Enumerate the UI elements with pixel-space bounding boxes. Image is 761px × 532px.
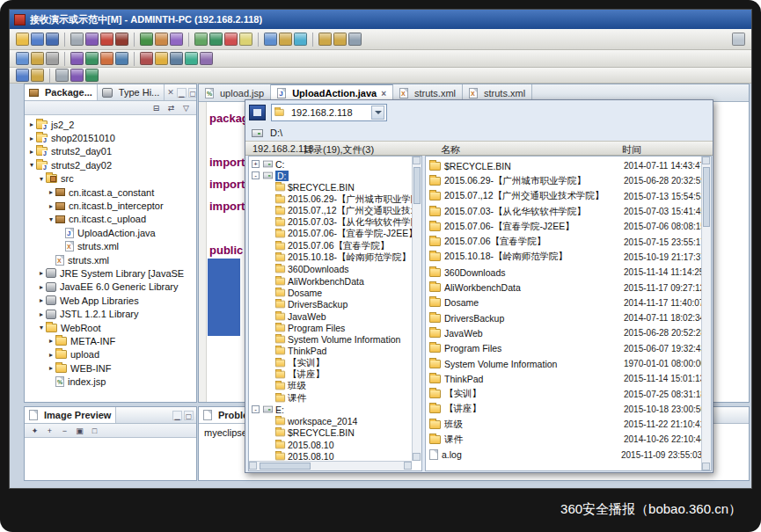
- directory-tree-item[interactable]: 2015.10.18-【岭南师范学院】: [249, 251, 412, 263]
- expander-icon[interactable]: ▾: [37, 175, 46, 183]
- run-icon[interactable]: [209, 33, 223, 46]
- close-icon[interactable]: ×: [381, 89, 386, 98]
- scrollbar-thumb[interactable]: [703, 167, 710, 227]
- javaee-perspective-icon[interactable]: [31, 69, 44, 82]
- directory-tree-item[interactable]: workspace_2014: [249, 416, 412, 427]
- directory-tree-item[interactable]: AliWorkbenchData: [249, 275, 412, 287]
- directory-tree-item[interactable]: $RECYCLE.BIN: [249, 182, 412, 193]
- expander-icon[interactable]: ▸: [37, 269, 46, 277]
- collapse-all-icon[interactable]: ⊟: [150, 103, 162, 113]
- zoom-out-icon[interactable]: −: [59, 426, 70, 436]
- tab-package-explorer[interactable]: Package...: [25, 84, 98, 100]
- directory-tree-item[interactable]: 2015.08.10: [249, 439, 412, 450]
- open-type-icon[interactable]: [16, 52, 29, 65]
- expander-icon[interactable]: ▸: [37, 296, 46, 304]
- deploy-icon[interactable]: [85, 33, 99, 46]
- debug-icon[interactable]: [194, 33, 208, 46]
- directory-tree-item[interactable]: System Volume Information: [249, 333, 412, 345]
- host-address-combo[interactable]: 192.168.2.118: [271, 104, 387, 121]
- expander-icon[interactable]: ▸: [37, 283, 46, 291]
- scroll-up-icon[interactable]: [702, 157, 710, 164]
- scrollbar-thumb[interactable]: [260, 463, 311, 470]
- save-all-icon[interactable]: [46, 33, 59, 46]
- file-row[interactable]: AliWorkbenchData2015-11-17 09:27:12: [426, 280, 701, 295]
- tree-horizontal-scrollbar[interactable]: [249, 461, 412, 470]
- problems-entry[interactable]: myeclipse: [204, 427, 247, 438]
- titlebar[interactable]: 接收演示或示范中[M] - ADMINTH-PC (192.168.2.118): [10, 10, 751, 29]
- expander-icon[interactable]: -: [252, 171, 260, 179]
- new-wizard-icon[interactable]: [16, 33, 29, 46]
- expander-icon[interactable]: ▸: [47, 337, 55, 345]
- stop-server-icon[interactable]: [115, 33, 128, 46]
- fit-window-icon[interactable]: ▣: [74, 426, 85, 436]
- directory-tree-item[interactable]: -E:: [249, 404, 412, 415]
- directory-tree-item[interactable]: ThinkPad: [249, 346, 412, 357]
- save-icon[interactable]: [31, 33, 44, 46]
- file-row[interactable]: 班级2015-11-22 21:10:41: [426, 417, 701, 432]
- new-package-icon[interactable]: [155, 33, 168, 46]
- scroll-right-icon[interactable]: [404, 462, 412, 470]
- profile-icon[interactable]: [224, 33, 238, 46]
- tree-item[interactable]: ▸upload: [25, 348, 196, 361]
- actual-size-icon[interactable]: □: [89, 426, 100, 436]
- file-row[interactable]: JavaWeb2015-06-28 20:52:28: [426, 325, 701, 340]
- directory-tree-item[interactable]: 班级: [249, 381, 412, 392]
- print-icon[interactable]: [70, 33, 84, 46]
- expander-icon[interactable]: ▸: [37, 310, 46, 318]
- file-row[interactable]: 2015.07.06【宜春学院】2015-07-15 23:55:17: [426, 234, 701, 249]
- tab-image-preview[interactable]: Image Preview: [25, 407, 116, 423]
- search-icon[interactable]: [264, 33, 277, 46]
- tree-item[interactable]: index.jsp: [25, 375, 196, 388]
- validate-icon[interactable]: [140, 52, 153, 65]
- directory-tree-item[interactable]: 2015.07.06-【宜春学院-J2EE】: [249, 229, 412, 240]
- scroll-up-icon[interactable]: [413, 157, 421, 164]
- tree-item[interactable]: ▾struts2_day02: [25, 158, 196, 171]
- scroll-down-icon[interactable]: [702, 463, 710, 470]
- report-icon[interactable]: [155, 52, 168, 65]
- new-jsp-icon[interactable]: [70, 52, 84, 65]
- directory-tree-item[interactable]: 360Downloads: [249, 264, 412, 275]
- expander-icon[interactable]: -: [252, 405, 260, 413]
- tree-item[interactable]: ▸cn.itcast.b_interceptor: [25, 199, 196, 212]
- file-row[interactable]: 2015.10.18-【岭南师范学院】2015-10-19 21:17:37: [426, 250, 701, 265]
- directory-tree-item[interactable]: $RECYCLE.BIN: [249, 427, 412, 439]
- new-xml-icon[interactable]: [85, 52, 99, 65]
- directory-tree-item[interactable]: 2015.07.,12【广州交通职业技术学院】: [249, 205, 412, 216]
- combo-dropdown-button[interactable]: [371, 106, 384, 120]
- file-row[interactable]: 2015.07.,12【广州交通职业技术学院】2015-07-13 15:54:…: [426, 189, 701, 204]
- file-row[interactable]: 2015.06.29-【广州城市职业学院】2015-06-28 20:32:59: [426, 173, 701, 188]
- java-perspective-icon[interactable]: [16, 69, 29, 82]
- directory-tree-item[interactable]: 2015.06.29-【广州城市职业学院】: [249, 193, 412, 205]
- tree-item[interactable]: ▸cn.itcast.a_constant: [25, 186, 196, 199]
- expander-icon[interactable]: ▸: [47, 364, 55, 372]
- refresh-icon[interactable]: [46, 52, 59, 65]
- tree-item[interactable]: ▸WEB-INF: [25, 361, 196, 375]
- list-vertical-scrollbar[interactable]: [701, 157, 711, 470]
- toolbar-overflow-icon[interactable]: [732, 33, 745, 46]
- expander-icon[interactable]: ▾: [27, 161, 36, 169]
- file-row[interactable]: 360Downloads2015-11-14 11:14:25: [426, 265, 701, 280]
- team-icon[interactable]: [70, 69, 84, 82]
- link-with-editor-icon[interactable]: ⇄: [165, 103, 177, 113]
- database-icon[interactable]: [279, 33, 292, 46]
- file-row[interactable]: System Volume Information1970-01-01 08:0…: [426, 356, 701, 371]
- scroll-down-icon[interactable]: [413, 453, 421, 461]
- scroll-left-icon[interactable]: [249, 462, 257, 470]
- tree-item[interactable]: ▸JRE System Library [JavaSE: [25, 266, 196, 280]
- directory-tree-item[interactable]: Program Files: [249, 322, 412, 333]
- view-menu-icon[interactable]: ▽: [180, 103, 192, 113]
- tree-item[interactable]: ▸Web App Libraries: [25, 294, 196, 307]
- maximize-icon[interactable]: ▢: [188, 88, 197, 98]
- directory-tree-item[interactable]: 【讲座】: [249, 368, 412, 380]
- tree-vertical-scrollbar[interactable]: [412, 157, 421, 461]
- import-icon[interactable]: [100, 52, 113, 65]
- close-icon[interactable]: ✕: [165, 88, 177, 97]
- expander-icon[interactable]: ▾: [47, 215, 55, 223]
- expander-icon[interactable]: ▸: [27, 120, 36, 128]
- tree-item[interactable]: ▸struts2_day01: [25, 145, 196, 158]
- tree-item[interactable]: ▸js2_2: [25, 118, 196, 131]
- console-icon[interactable]: [185, 52, 198, 65]
- file-row[interactable]: DriversBackup2014-07-11 18:02:34: [426, 310, 701, 325]
- file-row[interactable]: Dosame2014-11-17 11:40:07: [426, 295, 701, 310]
- directory-tree-item[interactable]: JavaWeb: [249, 310, 412, 322]
